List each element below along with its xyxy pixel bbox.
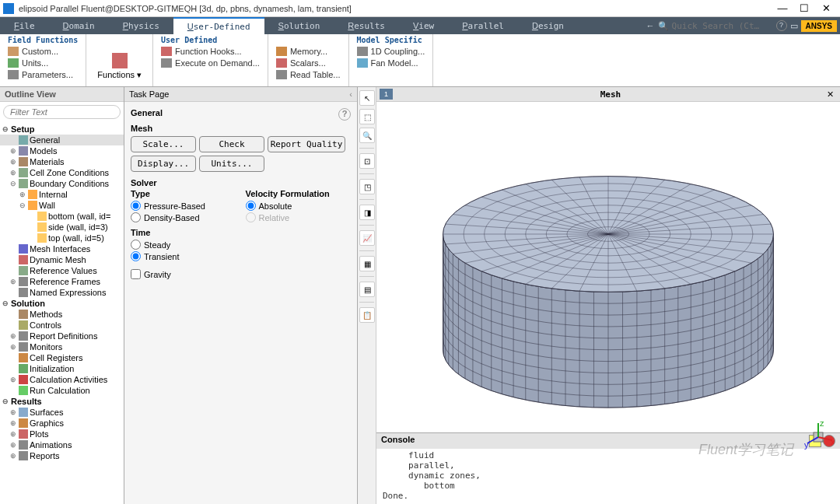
relative-radio: Relative (246, 212, 352, 223)
mesh-viewport[interactable] (376, 102, 840, 432)
clip-tool-icon[interactable]: 📋 (359, 307, 375, 323)
close-button[interactable]: ✕ (815, 2, 837, 14)
tree-cell-registers[interactable]: Cell Registers (0, 352, 124, 363)
ribbon-units-[interactable]: Units... (5, 58, 76, 68)
general-heading: General (131, 108, 163, 121)
select-tool-icon[interactable]: ⬚ (359, 109, 375, 124)
report-quality-button[interactable]: Report Quality (268, 136, 345, 152)
quick-search-input[interactable] (672, 21, 773, 31)
outline-header: Outline View (0, 87, 124, 102)
ribbon-custom-[interactable]: Custom... (5, 46, 76, 57)
filter-input[interactable] (3, 105, 121, 119)
ribbon-memory-[interactable]: Memory... (273, 46, 344, 57)
tree-results[interactable]: ⊖Results (0, 396, 124, 407)
tree-solution[interactable]: ⊖Solution (0, 298, 124, 309)
tree-animations[interactable]: ⊕Animations (0, 439, 124, 450)
velocity-heading: Velocity Formulation (246, 189, 352, 198)
box-tool-icon[interactable]: ◳ (359, 179, 375, 194)
fit-tool-icon[interactable]: ⊡ (359, 153, 375, 169)
ribbon-group-title: Model Specific (354, 34, 429, 46)
functions-dropdown[interactable]: Functions ▾ (91, 46, 148, 86)
console-title: Console (381, 435, 415, 447)
tree-setup[interactable]: ⊖Setup (0, 124, 124, 135)
tree-cell-zone-conditions[interactable]: ⊕Cell Zone Conditions (0, 167, 124, 178)
tree-controls[interactable]: Controls (0, 320, 124, 331)
gravity-checkbox[interactable]: Gravity (131, 268, 351, 280)
tree-bottom-wall-id-[interactable]: bottom (wall, id= (0, 211, 124, 222)
viewport-tab[interactable]: 1 (380, 89, 393, 100)
pointer-tool-icon[interactable]: ↖ (359, 90, 375, 106)
maximize-button[interactable]: ☐ (793, 2, 815, 14)
tree-top-wall-id-5-[interactable]: top (wall, id=5) (0, 233, 124, 243)
viewport-close-icon[interactable]: ✕ (824, 89, 837, 100)
menu-file[interactable]: File (0, 17, 49, 34)
units-button[interactable]: Units... (199, 156, 264, 172)
ribbon-function-hooks-[interactable]: Function Hooks... (158, 46, 263, 57)
menu-parallel[interactable]: Parallel (448, 17, 518, 34)
ribbon-group-title: User Defined (158, 34, 263, 46)
plot-tool-icon[interactable]: 📈 (359, 230, 375, 246)
tree-boundary-conditions[interactable]: ⊖Boundary Conditions (0, 178, 124, 189)
window-title: elipsoid Parallel Fluent@DESKTOP-GITMEQH… (19, 4, 772, 13)
iso-tool-icon[interactable]: ◨ (359, 205, 375, 220)
tree-reports[interactable]: ⊕Reports (0, 450, 124, 461)
back-icon[interactable]: ← (646, 21, 655, 30)
layers-tool-icon[interactable]: ▤ (359, 282, 375, 297)
tree-named-expressions[interactable]: Named Expressions (0, 287, 124, 298)
scale-button[interactable]: Scale... (131, 136, 196, 152)
tree-models[interactable]: ⊕Models (0, 145, 124, 156)
svg-text:z: z (820, 422, 824, 428)
ribbon-fan-model-[interactable]: Fan Model... (354, 58, 429, 68)
tree-internal[interactable]: ⊕Internal (0, 189, 124, 200)
minimize-button[interactable]: — (772, 2, 793, 14)
tree-side-wall-id-3-[interactable]: side (wall, id=3) (0, 222, 124, 233)
help-button[interactable]: ? (338, 108, 351, 121)
tree-mesh-interfaces[interactable]: Mesh Interfaces (0, 243, 124, 254)
menu-user-defined[interactable]: User-Defined (173, 17, 264, 34)
search-icon[interactable]: 🔍 (658, 21, 669, 31)
tree-methods[interactable]: Methods (0, 309, 124, 320)
transient-radio[interactable]: Transient (131, 250, 351, 262)
menu-results[interactable]: Results (334, 17, 399, 34)
check-button[interactable]: Check (199, 136, 264, 152)
tree-general[interactable]: General (0, 135, 124, 145)
menu-solution[interactable]: Solution (264, 17, 334, 34)
app-icon (3, 3, 14, 14)
zoom-tool-icon[interactable]: 🔍 (359, 128, 375, 143)
tree-surfaces[interactable]: ⊕Surfaces (0, 407, 124, 418)
help-icon[interactable]: ? (776, 20, 787, 31)
svg-text:x: x (831, 437, 834, 446)
tree-reference-values[interactable]: Reference Values (0, 265, 124, 276)
display-button[interactable]: Display... (131, 156, 196, 172)
menu-design[interactable]: Design (518, 17, 578, 34)
tree-plots[interactable]: ⊕Plots (0, 429, 124, 439)
tree-graphics[interactable]: ⊕Graphics (0, 418, 124, 429)
ribbon-execute-on-demand-[interactable]: Execute on Demand... (158, 58, 263, 68)
ribbon-scalars-[interactable]: Scalars... (273, 58, 344, 68)
tree-monitors[interactable]: ⊕Monitors (0, 341, 124, 352)
ribbon-1d-coupling-[interactable]: 1D Coupling... (354, 46, 429, 57)
tree-run-calculation[interactable]: Run Calculation (0, 385, 124, 396)
ansys-logo: ANSYS (801, 20, 837, 32)
menu-view[interactable]: View (399, 17, 448, 34)
settings-icon[interactable]: ▭ (790, 21, 798, 31)
tree-report-definitions[interactable]: ⊕Report Definitions (0, 331, 124, 341)
ribbon-read-table-[interactable]: Read Table... (273, 69, 344, 80)
tree-dynamic-mesh[interactable]: Dynamic Mesh (0, 254, 124, 265)
axis-triad-icon[interactable]: xzy (803, 422, 834, 453)
view-tool-icon[interactable]: ▦ (359, 256, 375, 271)
pressure-based-radio[interactable]: Pressure-Based (131, 200, 236, 212)
steady-radio[interactable]: Steady (131, 239, 351, 250)
tree-wall[interactable]: ⊖Wall (0, 200, 124, 211)
absolute-radio[interactable]: Absolute (246, 200, 352, 212)
taskpage-collapse-icon[interactable]: ‹ (349, 89, 352, 99)
ribbon-group-title: Field Functions (5, 34, 81, 46)
tree-initialization[interactable]: Initialization (0, 363, 124, 374)
menu-domain[interactable]: Domain (49, 17, 109, 34)
tree-calculation-activities[interactable]: ⊕Calculation Activities (0, 374, 124, 385)
menu-physics[interactable]: Physics (109, 17, 173, 34)
density-based-radio[interactable]: Density-Based (131, 212, 236, 223)
tree-reference-frames[interactable]: ⊕Reference Frames (0, 276, 124, 287)
tree-materials[interactable]: ⊕Materials (0, 156, 124, 167)
ribbon-parameters-[interactable]: Parameters... (5, 69, 76, 80)
